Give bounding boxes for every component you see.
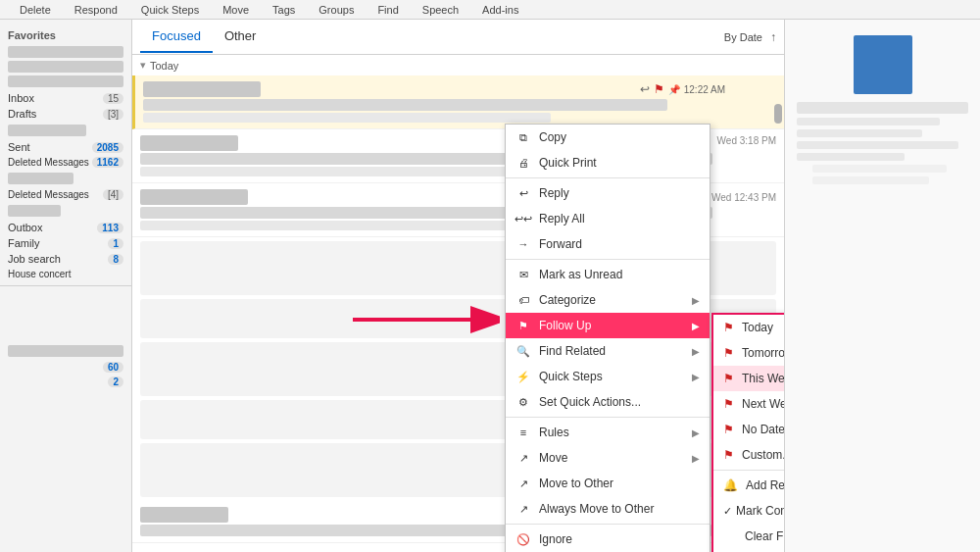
followup-arrow-icon: ▶ (692, 321, 700, 331)
menu-sep-3 (506, 417, 710, 418)
rules-arrow-icon: ▶ (692, 427, 700, 438)
ribbon-quick-steps[interactable]: Quick Steps (129, 4, 211, 16)
menu-item-always-move[interactable]: ↗ Always Move to Other (506, 496, 710, 522)
sidebar-blur-6 (8, 205, 61, 217)
menu-item-follow-up[interactable]: ⚑ Follow Up ▶ ⚑ Today ⚑ Tomorrow (506, 313, 710, 338)
flag-menu-icon: ⚑ (515, 318, 531, 333)
email-sender-2 (140, 135, 238, 151)
sidebar-item-count1[interactable]: 60 (0, 360, 131, 375)
sidebar-item-drafts[interactable]: Drafts [3] (0, 106, 131, 122)
envelope-icon: ✉ (515, 267, 531, 282)
menu-item-reply[interactable]: ↩ Reply (506, 180, 710, 206)
ribbon-addins[interactable]: Add-ins (470, 4, 530, 16)
sidebar-deleted-badge: 1162 (92, 157, 123, 168)
tag-icon: 🏷 (515, 292, 531, 308)
menu-item-forward[interactable]: → Forward (506, 231, 710, 257)
menu-alwaysmove-label: Always Move to Other (539, 502, 654, 516)
menu-item-move[interactable]: ↗ Move ▶ (506, 445, 710, 471)
menu-quicksteps-label: Quick Steps (539, 370, 603, 383)
submenu-item-next-week[interactable]: ⚑ Next Week (713, 391, 784, 417)
submenu-tomorrow-label: Tomorrow (742, 346, 784, 360)
sidebar: Favorites Inbox 15 Drafts [3] Sent 2085 … (0, 20, 132, 552)
section-today-label: Today (150, 60, 178, 72)
menu-forward-label: Forward (539, 237, 582, 251)
sidebar-item-jobsearch[interactable]: Job search 8 (0, 251, 131, 267)
menu-item-mark-unread[interactable]: ✉ Mark as Unread (506, 262, 710, 287)
email-preview-1 (143, 113, 551, 123)
forward-icon: → (515, 236, 531, 252)
sort-arrow-icon[interactable]: ↑ (770, 30, 776, 44)
tab-other[interactable]: Other (213, 21, 269, 53)
sidebar-divider (0, 285, 131, 286)
email-time-1: 12:22 AM (684, 84, 725, 95)
ribbon-find[interactable]: Find (366, 4, 410, 16)
submenu-sep-1 (713, 470, 784, 471)
menu-item-copy[interactable]: ⧉ Copy (506, 125, 710, 150)
menu-item-quick-steps[interactable]: ⚡ Quick Steps ▶ (506, 364, 710, 389)
flag-icon-1: ⚑ (654, 82, 664, 96)
ribbon-tags[interactable]: Tags (261, 4, 307, 16)
submenu-item-add-reminder[interactable]: 🔔 Add Reminder... (713, 473, 784, 498)
ribbon-respond[interactable]: Respond (63, 4, 129, 16)
sidebar-item-count2[interactable]: 2 (0, 375, 131, 389)
lightning-icon: ⚡ (515, 369, 531, 384)
section-arrow-icon: ▾ (140, 59, 146, 72)
flag-nodate-icon: ⚑ (723, 423, 734, 436)
sidebar-deleted-label: Deleted Messages (8, 157, 92, 168)
menu-rules-label: Rules (539, 426, 569, 439)
menu-categorize-label: Categorize (539, 293, 596, 307)
sidebar-drafts-label: Drafts (8, 108, 103, 120)
move-arrow-icon: ▶ (692, 453, 700, 464)
submenu-item-today[interactable]: ⚑ Today (713, 315, 784, 340)
menu-item-move-other[interactable]: ↗ Move to Other (506, 471, 710, 496)
submenu-today-label: Today (742, 321, 773, 334)
sidebar-deleted2-label: Deleted Messages (8, 189, 103, 200)
ribbon-speech[interactable]: Speech (411, 4, 470, 16)
ignore-icon: 🚫 (515, 531, 531, 547)
sidebar-blur-5 (8, 173, 74, 184)
sidebar-item-family[interactable]: Family 1 (0, 235, 131, 251)
submenu-item-no-date[interactable]: ⚑ No Date (713, 417, 784, 442)
flag-custom-icon: ⚑ (723, 448, 734, 462)
submenu-item-mark-complete[interactable]: ✓ Mark Complete (713, 498, 784, 524)
sidebar-outbox-badge: 113 (97, 223, 123, 233)
sidebar-item-inbox[interactable]: Inbox 15 (0, 90, 131, 106)
submenu-item-custom[interactable]: ⚑ Custom... (713, 442, 784, 468)
sidebar-item-deleted2[interactable]: Deleted Messages [4] (0, 187, 131, 202)
submenu-item-tomorrow[interactable]: ⚑ Tomorrow (713, 340, 784, 366)
scrollbar[interactable] (774, 104, 782, 124)
submenu-nodate-label: No Date (742, 423, 784, 436)
sidebar-item-sent[interactable]: Sent 2085 (0, 139, 131, 155)
menu-item-rules[interactable]: ≡ Rules ▶ (506, 420, 710, 445)
undo-icon: ↩ (640, 82, 650, 96)
menu-item-find-related[interactable]: 🔍 Find Related ▶ (506, 338, 710, 364)
sidebar-item-outbox[interactable]: Outbox 113 (0, 220, 131, 235)
right-blue-block (854, 35, 912, 94)
menu-item-categorize[interactable]: 🏷 Categorize ▶ (506, 287, 710, 313)
sidebar-item-deleted[interactable]: Deleted Messages 1162 (0, 155, 131, 170)
submenu-item-this-week[interactable]: ⚑ This Week (713, 366, 784, 391)
section-today: ▾ Today (132, 55, 784, 75)
right-pane (784, 20, 980, 552)
tab-focused[interactable]: Focused (140, 21, 213, 53)
flag-thisweek-icon: ⚑ (723, 372, 734, 385)
ribbon-move[interactable]: Move (211, 4, 261, 16)
menu-item-reply-all[interactable]: ↩↩ Reply All (506, 206, 710, 231)
ribbon-groups[interactable]: Groups (307, 4, 366, 16)
email-item-1[interactable]: ↩ ⚑ 📌 12:22 AM (132, 75, 784, 129)
menu-findrelated-label: Find Related (539, 344, 606, 358)
menu-replyall-label: Reply All (539, 212, 585, 226)
sidebar-item-house[interactable]: House concert (0, 267, 131, 281)
print-icon: 🖨 (515, 155, 531, 171)
move-icon: ↗ (515, 450, 531, 466)
menu-item-quick-print[interactable]: 🖨 Quick Print (506, 150, 710, 176)
menu-item-ignore[interactable]: 🚫 Ignore (506, 527, 710, 552)
menu-item-set-quick-actions[interactable]: ⚙ Set Quick Actions... (506, 389, 710, 415)
ribbon-delete[interactable]: Delete (8, 4, 63, 16)
submenu-nextweek-label: Next Week (742, 397, 784, 411)
submenu-item-clear-flag[interactable]: Clear Flag (713, 524, 784, 549)
flag-nextweek-icon: ⚑ (723, 397, 734, 411)
bell-icon: 🔔 (723, 478, 738, 492)
sort-button[interactable]: By Date (720, 29, 766, 45)
menu-move-label: Move (539, 451, 567, 465)
